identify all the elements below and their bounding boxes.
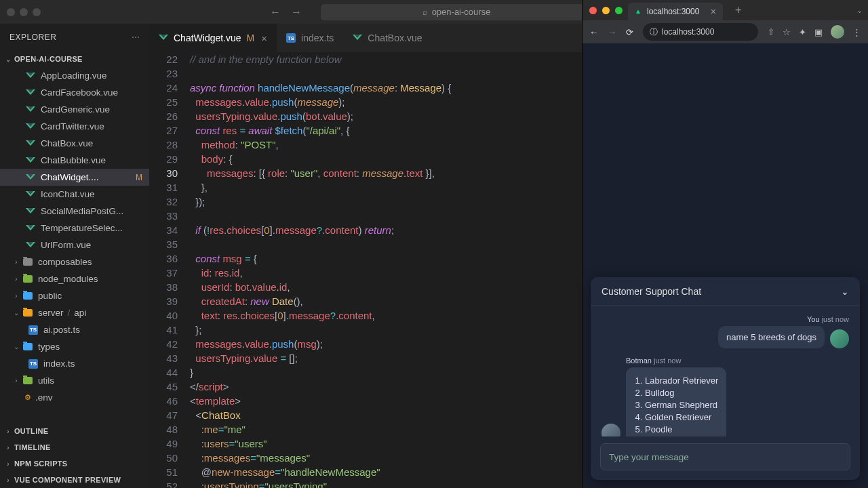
- browser-tabstrip: ▲ localhost:3000 × + ⌄: [583, 0, 868, 20]
- browser-window: ▲ localhost:3000 × + ⌄ ← → ⟳ ⓘ localhost…: [582, 0, 868, 488]
- vue-icon: [26, 122, 35, 131]
- tab-chatwidget[interactable]: ChatWidget.vue M ×: [149, 24, 277, 52]
- folder-server[interactable]: ⌄server/api: [0, 304, 149, 321]
- url-text: localhost:3000: [662, 27, 714, 37]
- folder-utils[interactable]: ›utils: [0, 372, 149, 389]
- avatar: [830, 329, 849, 348]
- profile-avatar[interactable]: [831, 25, 844, 39]
- vue-icon: [26, 139, 35, 148]
- chevron-right-icon: ›: [4, 444, 12, 451]
- folder-icon: [23, 309, 33, 317]
- browser-viewport: Customer Support Chat ⌄ You just now nam…: [583, 43, 868, 488]
- chat-header[interactable]: Customer Support Chat ⌄: [591, 277, 860, 306]
- forward-icon[interactable]: →: [608, 27, 616, 37]
- minimize-icon[interactable]: [20, 8, 28, 16]
- chevron-down-icon: ⌄: [12, 343, 20, 350]
- search-icon: ⌕: [422, 7, 428, 17]
- new-tab-icon[interactable]: +: [735, 4, 741, 16]
- editor: ChatWidget.vue M × TS index.ts ChatBox.v…: [149, 24, 582, 488]
- code-editor[interactable]: 2223242526272829303132333435363738394041…: [149, 52, 582, 488]
- file-cardfacebook[interactable]: CardFacebook.vue: [0, 84, 149, 101]
- back-icon[interactable]: ←: [589, 27, 598, 37]
- bookmark-icon[interactable]: ☆: [783, 27, 791, 37]
- chat-widget: Customer Support Chat ⌄ You just now nam…: [591, 277, 860, 480]
- chat-bubble: name 5 breeds of dogs: [718, 326, 825, 348]
- url-input[interactable]: ⓘ localhost:3000: [643, 23, 758, 41]
- line-gutter: 2223242526272829303132333435363738394041…: [149, 52, 190, 488]
- reload-icon[interactable]: ⟳: [626, 27, 633, 37]
- chat-message-user: You just now name 5 breeds of dogs: [601, 315, 849, 348]
- avatar: [601, 424, 620, 436]
- file-urlform[interactable]: UrlForm.vue: [0, 237, 149, 253]
- chat-body: You just now name 5 breeds of dogs Botma…: [591, 306, 860, 436]
- chevron-down-icon[interactable]: ⌄: [856, 6, 863, 15]
- bot-response-list: Labrador RetrieverBulldogGerman Shepherd…: [634, 375, 718, 434]
- folder-types[interactable]: ⌄types: [0, 338, 149, 355]
- menu-icon[interactable]: ⋮: [852, 27, 861, 37]
- close-icon[interactable]: ×: [261, 33, 267, 44]
- file-cardtwitter[interactable]: CardTwitter.vue: [0, 118, 149, 135]
- close-icon[interactable]: [7, 8, 15, 16]
- explorer-header: EXPLORER ⋯: [0, 24, 149, 51]
- command-search[interactable]: ⌕ open-ai-course: [321, 4, 592, 20]
- ts-icon: TS: [28, 325, 38, 335]
- chevron-right-icon: ›: [12, 258, 20, 266]
- close-icon[interactable]: ×: [711, 6, 716, 17]
- ts-icon: TS: [28, 359, 38, 369]
- file-chatbubble[interactable]: ChatBubble.vue: [0, 152, 149, 169]
- chevron-right-icon: ›: [4, 476, 12, 484]
- chevron-right-icon: ›: [12, 292, 20, 300]
- more-icon[interactable]: ⋯: [132, 33, 140, 42]
- search-text: open-ai-course: [432, 7, 491, 17]
- editor-tabs: ChatWidget.vue M × TS index.ts ChatBox.v…: [149, 24, 582, 52]
- file-env[interactable]: ›⚙.env: [0, 389, 149, 406]
- placeholder-text: Type your message: [609, 452, 689, 462]
- maximize-icon[interactable]: [615, 7, 623, 14]
- sidebar: EXPLORER ⋯ ⌄ OPEN-AI-COURSE AppLoading.v…: [0, 24, 149, 488]
- extensions-icon[interactable]: ✦: [799, 27, 806, 37]
- folder-icon: [23, 258, 33, 266]
- file-types-index[interactable]: TSindex.ts: [0, 355, 149, 372]
- chevron-right-icon: ›: [4, 460, 12, 468]
- chevron-down-icon: ⌄: [12, 309, 20, 317]
- folder-composables[interactable]: ›composables: [0, 253, 149, 270]
- modified-badge: M: [136, 173, 142, 182]
- file-iconchat[interactable]: IconChat.vue: [0, 186, 149, 203]
- file-aipost[interactable]: TSai.post.ts: [0, 321, 149, 338]
- file-chatbox[interactable]: ChatBox.vue: [0, 135, 149, 152]
- vue-icon: [26, 173, 35, 182]
- chevron-right-icon: ›: [12, 275, 20, 283]
- folder-node-modules[interactable]: ›node_modules: [0, 270, 149, 287]
- file-temp[interactable]: TemperatureSelec...: [0, 220, 149, 237]
- panel-vuepreview[interactable]: ›VUE COMPONENT PREVIEW: [0, 472, 149, 488]
- panel-outline[interactable]: ›OUTLINE: [0, 423, 149, 439]
- share-icon[interactable]: ⇧: [768, 27, 774, 37]
- file-tree: ⌄ OPEN-AI-COURSE AppLoading.vue CardFace…: [0, 51, 149, 423]
- window-controls[interactable]: [7, 8, 41, 16]
- folder-public[interactable]: ›public: [0, 287, 149, 304]
- vue-icon: [26, 241, 35, 250]
- maximize-icon[interactable]: [33, 8, 41, 16]
- vue-icon: [26, 71, 35, 81]
- forward-icon[interactable]: →: [291, 6, 302, 18]
- vue-icon: [353, 33, 362, 43]
- panel-timeline[interactable]: ›TIMELINE: [0, 439, 149, 455]
- settings-icon: ⚙: [23, 393, 33, 403]
- chat-input[interactable]: Type your message: [600, 443, 850, 470]
- file-cardgeneric[interactable]: CardGeneric.vue: [0, 101, 149, 118]
- browser-tab[interactable]: ▲ localhost:3000 ×: [628, 3, 723, 20]
- close-icon[interactable]: [589, 7, 597, 14]
- file-social[interactable]: SocialMediaPostG...: [0, 203, 149, 220]
- tab-chatbox[interactable]: ChatBox.vue: [343, 24, 431, 52]
- panel-icon[interactable]: ▣: [814, 27, 823, 37]
- explorer-title: EXPLORER: [9, 33, 56, 42]
- source-code[interactable]: // and in the empty function below async…: [190, 52, 582, 488]
- project-section[interactable]: ⌄ OPEN-AI-COURSE: [0, 51, 149, 67]
- back-icon[interactable]: ←: [270, 6, 281, 18]
- minimize-icon[interactable]: [602, 7, 610, 14]
- tab-index[interactable]: TS index.ts: [277, 24, 343, 52]
- file-chatwidget[interactable]: ChatWidget....M: [0, 169, 149, 186]
- chevron-down-icon[interactable]: ⌄: [841, 286, 849, 297]
- file-apploading[interactable]: AppLoading.vue: [0, 67, 149, 84]
- panel-npm[interactable]: ›NPM SCRIPTS: [0, 455, 149, 472]
